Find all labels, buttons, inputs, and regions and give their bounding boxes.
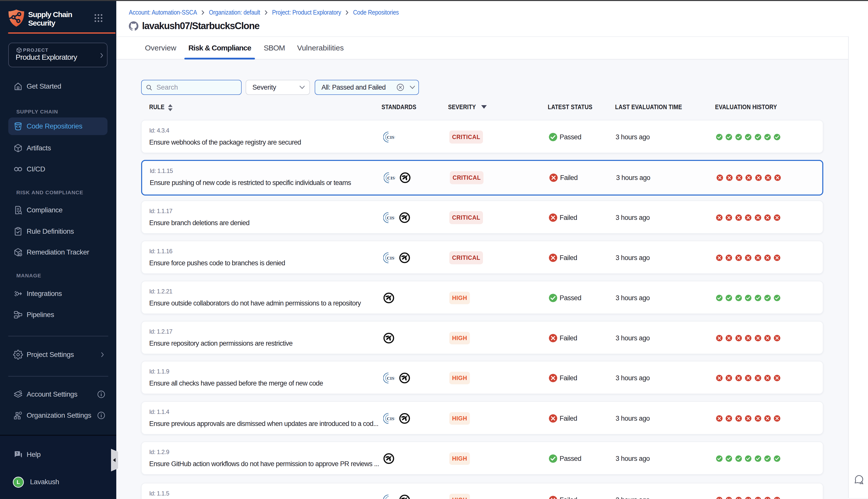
svg-text:CIS: CIS xyxy=(387,135,394,140)
svg-text:CIS: CIS xyxy=(387,215,394,220)
svg-text:?: ? xyxy=(16,451,18,455)
svg-text:CIS: CIS xyxy=(387,498,394,499)
svg-text:CIS: CIS xyxy=(387,175,395,181)
svg-text:CIS: CIS xyxy=(387,376,394,381)
svg-text:CIS: CIS xyxy=(387,416,394,421)
svg-text:CIS: CIS xyxy=(387,256,394,260)
